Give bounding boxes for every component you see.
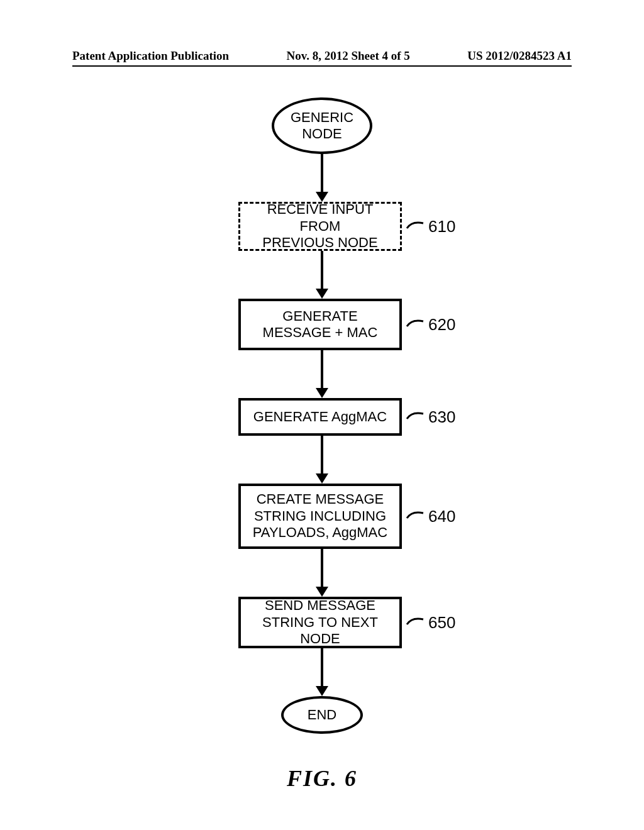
end-label: END (308, 707, 336, 723)
arrow-head-icon (316, 388, 328, 398)
process-box-650: SEND MESSAGE STRING TO NEXT NODE (238, 597, 402, 648)
arrow-stem (321, 350, 323, 388)
process-box-640: CREATE MESSAGE STRING INCLUDING PAYLOADS… (238, 484, 402, 549)
arrow-head-icon (316, 686, 328, 696)
arrow-stem (321, 154, 323, 192)
arrow-stem (321, 251, 323, 289)
ref-number: 650 (428, 613, 455, 633)
arrow-head-icon (316, 289, 328, 299)
leader-curve-icon (406, 407, 427, 426)
ref-number: 630 (428, 407, 455, 427)
arrow (316, 350, 328, 398)
arrow (316, 251, 328, 299)
process-box-620: GENERATE MESSAGE + MAC (238, 299, 402, 350)
arrow (316, 648, 328, 696)
figure-caption: FIG. 6 (287, 765, 357, 792)
step-line2: STRING TO NEXT NODE (250, 614, 391, 648)
start-line2: NODE (302, 126, 342, 142)
page-header: Patent Application Publication Nov. 8, 2… (72, 49, 572, 63)
step-640-row: CREATE MESSAGE STRING INCLUDING PAYLOADS… (169, 484, 475, 549)
header-rule (72, 65, 572, 67)
start-terminator: GENERIC NODE (272, 97, 372, 154)
ref-label-620: 620 (406, 315, 475, 335)
leader-curve-icon (406, 613, 427, 632)
arrow-head-icon (316, 473, 328, 484)
ref-label-640: 640 (406, 507, 475, 526)
ref-label-610: 610 (406, 217, 475, 236)
page: Patent Application Publication Nov. 8, 2… (0, 0, 644, 830)
leader-curve-icon (406, 217, 427, 236)
step-line2: MESSAGE + MAC (263, 324, 378, 341)
ref-label-650: 650 (406, 613, 475, 633)
end-terminator: END (281, 696, 363, 734)
process-box-630: GENERATE AggMAC (238, 398, 402, 436)
arrow-stem (321, 549, 323, 587)
step-630-row: GENERATE AggMAC 630 (169, 398, 475, 436)
arrow (316, 154, 328, 202)
arrow (316, 436, 328, 484)
flowchart: GENERIC NODE RECEIVE INPUT FROM PREVIOUS… (0, 97, 644, 792)
arrow-stem (321, 436, 323, 473)
process-box-610: RECEIVE INPUT FROM PREVIOUS NODE (238, 202, 402, 251)
arrow-head-icon (316, 192, 328, 202)
step-line3: PAYLOADS, AggMAC (253, 524, 387, 541)
step-610-row: RECEIVE INPUT FROM PREVIOUS NODE 610 (169, 202, 475, 251)
ref-number: 610 (428, 217, 455, 236)
leader-curve-icon (406, 507, 427, 526)
header-center: Nov. 8, 2012 Sheet 4 of 5 (287, 49, 410, 63)
start-node-row: GENERIC NODE (203, 97, 441, 154)
step-line1: SEND MESSAGE (265, 597, 375, 614)
arrow (316, 549, 328, 597)
step-650-row: SEND MESSAGE STRING TO NEXT NODE 650 (169, 597, 475, 648)
step-line2: PREVIOUS NODE (262, 235, 377, 251)
ref-number: 620 (428, 315, 455, 335)
step-line1: GENERATE (282, 308, 357, 324)
header-left: Patent Application Publication (72, 49, 229, 63)
step-line1: GENERATE AggMAC (253, 409, 387, 425)
leader-curve-icon (406, 315, 427, 334)
arrow-head-icon (316, 587, 328, 597)
step-line1: CREATE MESSAGE (257, 491, 384, 507)
header-right: US 2012/0284523 A1 (467, 49, 572, 63)
arrow-stem (321, 648, 323, 686)
step-line1: RECEIVE INPUT FROM (249, 201, 391, 235)
step-line2: STRING INCLUDING (254, 508, 386, 524)
start-line1: GENERIC (291, 109, 353, 126)
ref-label-630: 630 (406, 407, 475, 427)
ref-number: 640 (428, 507, 455, 526)
step-620-row: GENERATE MESSAGE + MAC 620 (169, 299, 475, 350)
end-node-row: END (212, 696, 432, 734)
